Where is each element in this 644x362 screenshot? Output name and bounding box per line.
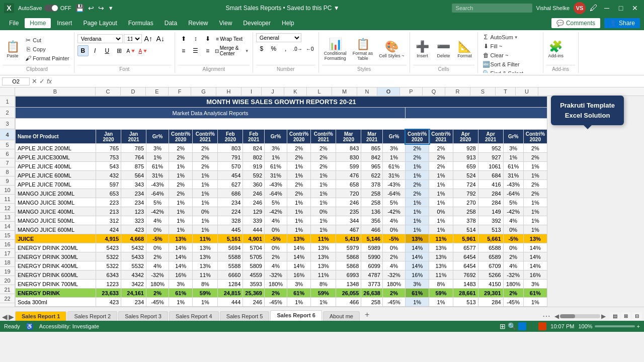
customize-icon[interactable]: ▼	[108, 5, 114, 11]
delete-button[interactable]: ➖ Delete	[434, 39, 453, 59]
search-input[interactable]	[452, 4, 532, 13]
italic-button[interactable]: I	[90, 45, 101, 56]
col-header-n[interactable]: N	[357, 87, 377, 96]
windows-icon[interactable]: ⊞	[500, 322, 506, 330]
increase-decimal-button[interactable]: .0→	[292, 43, 303, 54]
comma-button[interactable]: ,	[280, 43, 291, 54]
row-header-5[interactable]: 5	[0, 140, 15, 149]
row-header-10[interactable]: 10	[0, 186, 15, 195]
search-taskbar-icon[interactable]: 🔍	[508, 322, 516, 330]
col-header-m[interactable]: M	[332, 87, 357, 96]
page-break-button[interactable]: ⊟	[632, 312, 642, 320]
align-top-button[interactable]: ⬆	[178, 33, 189, 44]
scroll-right-icon[interactable]: ▶	[601, 313, 606, 320]
restore-button[interactable]: □	[616, 3, 626, 13]
merge-dropdown[interactable]: ▼	[245, 49, 249, 53]
zoom-in-button[interactable]: +	[637, 323, 640, 329]
row-header-20[interactable]: 20	[0, 276, 15, 285]
borders-button[interactable]: ⊞	[114, 45, 125, 56]
add-sheet-button[interactable]: +	[361, 309, 373, 321]
tab-options-icon[interactable]: ⋯	[542, 311, 550, 321]
col-header-s[interactable]: S	[470, 87, 496, 96]
row-header-7[interactable]: 7	[0, 158, 15, 167]
menu-formulas[interactable]: Formulas	[123, 18, 158, 28]
insert-button[interactable]: ➕ Insert	[413, 39, 432, 59]
comments-button[interactable]: 💬 Comments	[551, 18, 600, 28]
percent-button[interactable]: %	[268, 43, 279, 54]
save-icon[interactable]: 💾	[75, 4, 84, 12]
col-header-g[interactable]: G	[191, 87, 216, 96]
row-header-13[interactable]: 13	[0, 213, 15, 222]
menu-review[interactable]: Review	[183, 18, 213, 28]
conditional-formatting-button[interactable]: 📊 ConditionalFormatting	[322, 37, 349, 62]
menu-help[interactable]: Help	[277, 18, 299, 28]
col-header-c[interactable]: C	[96, 87, 121, 96]
edge-icon[interactable]	[518, 322, 526, 330]
row-header-3[interactable]: 3	[0, 118, 15, 129]
menu-view[interactable]: View	[214, 18, 237, 28]
page-layout-button[interactable]: ⊞	[621, 312, 631, 320]
row-header-1[interactable]: 1	[0, 96, 15, 107]
menu-home[interactable]: Home	[25, 18, 51, 28]
col-header-q[interactable]: Q	[423, 87, 445, 96]
row-header-14[interactable]: 14	[0, 222, 15, 231]
row-header-21[interactable]: 21	[0, 285, 15, 294]
font-decrease-button[interactable]: A↓	[155, 33, 166, 44]
menu-data[interactable]: Data	[159, 18, 182, 28]
row-header-6[interactable]: 6	[0, 149, 15, 158]
wrap-text-button[interactable]: ≡Wrap Text	[214, 33, 245, 44]
fill-button[interactable]: ⬇Fill ~	[481, 42, 504, 50]
tab-right-nav[interactable]: ▶	[9, 313, 14, 321]
outlook-icon[interactable]	[538, 322, 546, 330]
tab-sales-report-6[interactable]: Sales Report 6	[270, 310, 321, 321]
format-button[interactable]: 📐 Format	[455, 39, 474, 59]
align-right-button[interactable]: ≡	[202, 45, 213, 56]
row-header-19[interactable]: 19	[0, 267, 15, 276]
col-header-p[interactable]: P	[400, 87, 423, 96]
row-header-9[interactable]: 9	[0, 176, 15, 186]
align-middle-button[interactable]: ↕	[190, 33, 201, 44]
row-header-8[interactable]: 8	[0, 167, 15, 176]
tab-sales-report-3[interactable]: Sales Report 3	[118, 311, 168, 321]
align-bottom-button[interactable]: ⬇	[202, 33, 213, 44]
clear-button[interactable]: 🗑Clear ~	[481, 51, 510, 59]
merge-center-button[interactable]: ⊡Merge & Center▼	[214, 45, 250, 56]
row-header-18[interactable]: 18	[0, 258, 15, 267]
col-header-t[interactable]: T	[496, 87, 516, 96]
undo-icon[interactable]: ↩	[88, 4, 94, 12]
row-header-15[interactable]: 15	[0, 231, 15, 240]
row-header-11[interactable]: 11	[0, 195, 15, 204]
row-header-12[interactable]: 12	[0, 204, 15, 213]
col-header-i[interactable]: I	[242, 87, 262, 96]
autosave-toggle[interactable]: AutoSave OFF	[18, 5, 71, 12]
scroll-left-icon[interactable]: ◀	[554, 313, 559, 320]
share-button[interactable]: 👤 Share	[604, 18, 640, 28]
row-header-17[interactable]: 17	[0, 249, 15, 258]
format-as-table-button[interactable]: 📋 Format asTable	[351, 37, 375, 62]
row-header-22[interactable]: 22	[0, 294, 15, 303]
cell-reference-box[interactable]	[2, 77, 30, 85]
col-header-f[interactable]: F	[169, 87, 191, 96]
tab-sales-report-2[interactable]: Sales Report 2	[67, 311, 117, 321]
row-header-2[interactable]: 2	[0, 107, 15, 118]
tab-sales-report-4[interactable]: Sales Report 4	[169, 311, 219, 321]
fill-color-button[interactable]: A🔻	[126, 45, 137, 56]
menu-page-layout[interactable]: Page Layout	[78, 18, 122, 28]
currency-button[interactable]: $	[256, 43, 267, 54]
col-header-l[interactable]: L	[307, 87, 332, 96]
zoom-slider[interactable]	[595, 325, 635, 327]
font-color-button[interactable]: A🔻	[138, 45, 149, 56]
col-header-r[interactable]: R	[445, 87, 470, 96]
paste-button[interactable]: 📋 Paste	[3, 39, 22, 59]
find-select-button[interactable]: 🔍Find & Select	[481, 69, 525, 73]
col-header-d[interactable]: D	[121, 87, 146, 96]
row-header-16[interactable]: 16	[0, 240, 15, 249]
tab-nav[interactable]: ◀ ▶	[2, 313, 14, 321]
decrease-decimal-button[interactable]: ←0	[304, 43, 315, 54]
number-format-select[interactable]: General	[256, 33, 301, 42]
autosum-button[interactable]: ΣAutoSum▼	[481, 33, 520, 41]
col-header-o[interactable]: O	[377, 87, 400, 96]
formula-input[interactable]	[54, 77, 642, 85]
normal-view-button[interactable]: ▤	[610, 312, 620, 320]
tab-sales-report-5[interactable]: Sales Report 5	[220, 311, 270, 321]
